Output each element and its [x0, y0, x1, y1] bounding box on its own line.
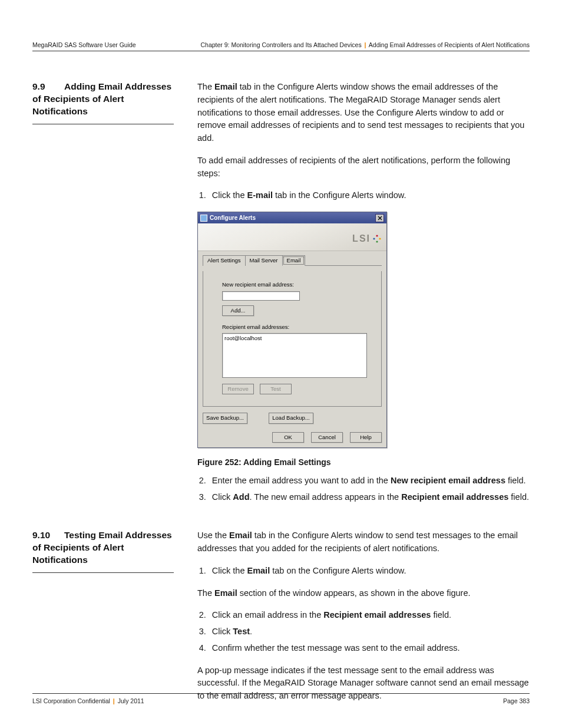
ok-button[interactable]: OK: [272, 432, 304, 443]
svg-point-3: [373, 238, 375, 239]
dialog-titlebar: Configure Alerts: [198, 212, 386, 223]
section-9-10-number: 9.10: [32, 529, 64, 542]
tab-email[interactable]: Email: [282, 255, 306, 266]
close-icon[interactable]: [375, 214, 384, 222]
header-left: MegaRAID SAS Software User Guide: [32, 41, 136, 48]
footer-rule: [32, 693, 530, 694]
tab-alert-settings[interactable]: Alert Settings: [203, 255, 246, 266]
section-9-10-step2: Click an email address in the Recipient …: [209, 609, 530, 622]
section-9-9-step3: Click Add. The new email address appears…: [209, 491, 530, 504]
remove-button[interactable]: Remove: [222, 384, 254, 394]
help-button[interactable]: Help: [350, 432, 382, 443]
test-button[interactable]: Test: [260, 384, 292, 394]
svg-point-1: [379, 238, 381, 239]
section-9-10-heading: 9.10Testing Email Addresses of Recipient…: [32, 529, 174, 573]
dialog-banner: LSI: [198, 223, 386, 251]
save-backup-button[interactable]: Save Backup...: [203, 413, 247, 423]
header-separator: |: [363, 41, 368, 48]
svg-point-0: [376, 235, 378, 236]
cancel-button[interactable]: Cancel: [311, 432, 343, 443]
section-9-9-number: 9.9: [32, 81, 64, 93]
footer-left: LSI Corporation Confidential | July 2011: [32, 697, 144, 704]
section-9-9-p2: To add email addresses of recipients of …: [197, 154, 530, 180]
section-9-9-step2: Enter the email address you want to add …: [209, 475, 530, 487]
dialog-title-text: Configure Alerts: [210, 213, 256, 222]
recipient-list[interactable]: root@localhost: [222, 333, 367, 378]
lsi-logo: LSI: [352, 232, 382, 246]
new-recipient-label: New recipient email address:: [222, 281, 362, 289]
section-9-10-step1: Click the Email tab on the Configure Ale…: [209, 565, 530, 578]
recipient-entry[interactable]: root@localhost: [224, 334, 365, 342]
section-9-10-p2: The Email section of the window appears,…: [197, 587, 530, 600]
svg-point-2: [376, 241, 378, 242]
header-section: Adding Email Addresses of Recipients of …: [369, 41, 530, 48]
section-9-10-p1: Use the Email tab in the Configure Alert…: [197, 529, 530, 555]
section-9-9-step1: Click the E-mail tab in the Configure Al…: [209, 189, 530, 202]
header-rule: [32, 51, 530, 51]
new-recipient-input[interactable]: [222, 291, 300, 301]
section-9-9-heading: 9.9Adding Email Addresses of Recipients …: [32, 81, 174, 124]
section-9-10-step4: Confirm whether the test message was sen…: [209, 642, 530, 655]
configure-alerts-dialog: Configure Alerts LSI: [197, 212, 387, 448]
section-9-10-step3: Click Test.: [209, 625, 530, 638]
load-backup-button[interactable]: Load Backup...: [269, 413, 313, 423]
email-panel: New recipient email address: Add... Reci…: [203, 271, 382, 407]
dialog-app-icon: [200, 215, 207, 222]
footer-page: Page 383: [503, 697, 530, 704]
footer-separator: |: [112, 697, 116, 704]
figure-252-caption: Figure 252: Adding Email Settings: [197, 456, 530, 469]
tab-mail-server[interactable]: Mail Server: [245, 255, 283, 266]
add-button[interactable]: Add...: [222, 305, 254, 316]
recipient-list-label: Recipient email addresses:: [222, 323, 362, 331]
header-chapter: Chapter 9: Monitoring Controllers and It…: [201, 41, 362, 48]
dialog-tabs: Alert Settings Mail Server Email: [203, 255, 382, 266]
section-9-9-p1: The Email tab in the Configure Alerts wi…: [197, 81, 530, 145]
header-right: Chapter 9: Monitoring Controllers and It…: [201, 41, 530, 48]
